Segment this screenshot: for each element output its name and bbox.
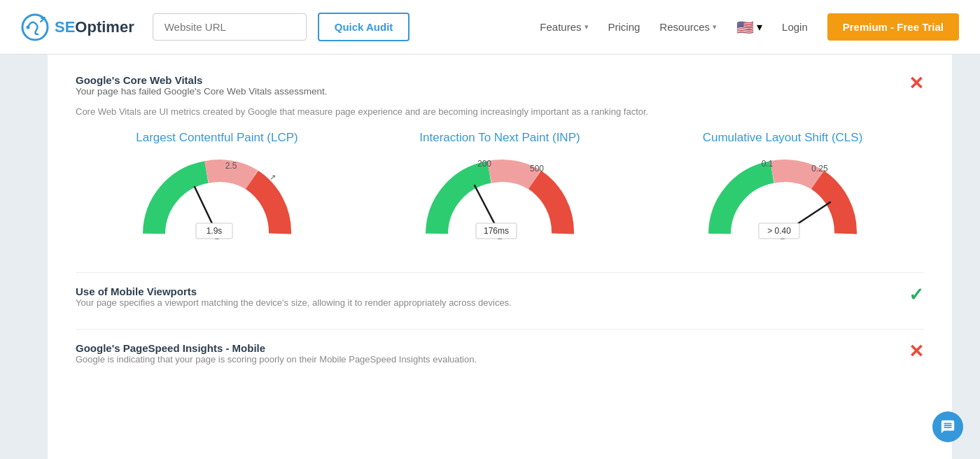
main-layout: Google's Core Web Vitals Your page has f… [0,55,980,459]
inp-gauge-svg-wrap: 200 500 176ms [423,153,577,251]
sidebar-right [952,55,980,459]
mobile-viewports-desc: Your page specifies a viewport matching … [76,297,512,308]
url-input[interactable] [153,13,307,41]
resources-chevron-icon: ▾ [713,22,717,31]
cwv-description: Core Web Vitals are UI metrics created b… [76,106,924,117]
login-button[interactable]: Login [782,21,808,33]
pagespeed-mobile-desc: Google is indicating that your page is s… [76,354,477,365]
nav-features[interactable]: Features ▾ [540,21,588,33]
gauges-row: Largest Contentful Paint (LCP) 2.5 [76,131,924,251]
svg-text:> 0.40: > 0.40 [767,226,791,236]
svg-text:0.25: 0.25 [811,164,828,174]
cwv-status-fail-icon: ✕ [909,74,924,92]
inp-title: Interaction To Next Paint (INP) [419,131,580,145]
logo: SEOptimer [21,13,134,41]
pagespeed-mobile-section: Google's PageSpeed Insights - Mobile Goo… [76,342,924,365]
cwv-title-group: Google's Core Web Vitals Your page has f… [76,74,328,101]
divider-1 [76,272,924,273]
divider-2 [76,329,924,330]
svg-text:↗: ↗ [270,173,276,181]
section-header-cwv: Google's Core Web Vitals Your page has f… [76,74,924,101]
svg-text:2.5: 2.5 [225,161,237,171]
content-area: Google's Core Web Vitals Your page has f… [48,55,952,459]
inp-gauge: Interaction To Next Paint (INP) 200 [402,131,598,251]
flag-icon: 🇺🇸 [736,19,754,36]
pagespeed-status-fail-icon: ✕ [909,342,924,360]
cls-title: Cumulative Layout Shift (CLS) [703,131,863,145]
mobile-status-pass-icon: ✓ [909,285,924,304]
cwv-subtitle: Your page has failed Google's Core Web V… [76,86,328,97]
main-nav: Features ▾ Pricing Resources ▾ 🇺🇸 ▾ Logi… [540,13,959,41]
cls-gauge-svg-wrap: 0.1 0.25 > 0.40 [706,153,860,251]
logo-icon [21,13,49,41]
logo-text: SEOptimer [55,18,134,36]
quick-audit-button[interactable]: Quick Audit [318,13,410,41]
svg-text:176ms: 176ms [484,226,509,236]
lcp-gauge-svg: 2.5 ↗ 1.9s [140,153,294,255]
mobile-title-group: Use of Mobile Viewports Your page specif… [76,285,512,308]
section-header-pagespeed: Google's PageSpeed Insights - Mobile Goo… [76,342,924,365]
features-chevron-icon: ▾ [584,22,589,31]
chat-button[interactable] [932,411,963,442]
core-web-vitals-section: Google's Core Web Vitals Your page has f… [76,74,924,251]
nav-pricing[interactable]: Pricing [608,21,640,33]
section-header-mobile: Use of Mobile Viewports Your page specif… [76,285,924,308]
cls-gauge: Cumulative Layout Shift (CLS) 0.1 [685,131,881,251]
svg-point-1 [27,25,30,29]
svg-text:0.1: 0.1 [762,159,774,169]
sidebar-left [0,55,48,459]
flag-chevron-icon: ▾ [757,20,762,34]
mobile-viewports-section: Use of Mobile Viewports Your page specif… [76,285,924,308]
language-selector[interactable]: 🇺🇸 ▾ [736,19,762,36]
svg-text:500: 500 [530,164,544,174]
lcp-gauge-svg-wrap: 2.5 ↗ 1.9s [140,153,294,251]
mobile-viewports-title: Use of Mobile Viewports [76,285,512,297]
pagespeed-title-group: Google's PageSpeed Insights - Mobile Goo… [76,342,477,365]
cwv-title: Google's Core Web Vitals [76,74,328,86]
cls-gauge-svg: 0.1 0.25 > 0.40 [706,153,860,255]
lcp-title: Largest Contentful Paint (LCP) [136,131,298,145]
svg-text:1.9s: 1.9s [206,226,223,236]
chat-icon [940,419,955,435]
premium-button[interactable]: Premium - Free Trial [827,13,959,41]
svg-text:200: 200 [477,159,491,169]
nav-resources[interactable]: Resources ▾ [659,21,717,33]
pagespeed-mobile-title: Google's PageSpeed Insights - Mobile [76,342,477,354]
lcp-gauge: Largest Contentful Paint (LCP) 2.5 [119,131,315,251]
header: SEOptimer Quick Audit Features ▾ Pricing… [0,0,980,55]
inp-gauge-svg: 200 500 176ms [423,153,577,255]
